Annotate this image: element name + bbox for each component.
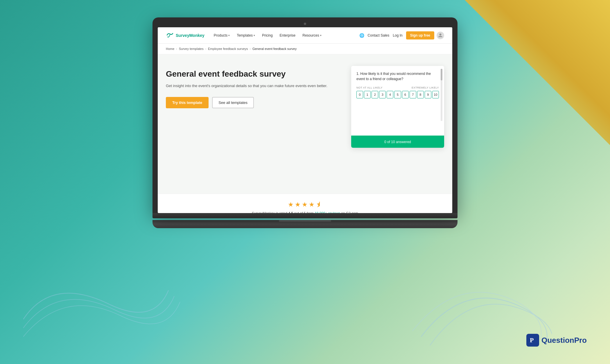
svg-point-0 [439, 33, 442, 35]
scale-label-right: EXTREMELY LIKELY [412, 86, 439, 89]
globe-icon[interactable]: 🌐 [359, 33, 364, 38]
scrollbar-thumb [441, 69, 442, 80]
scale-label-left: NOT AT ALL LIKELY [356, 86, 383, 89]
logo-area[interactable]: SurveyMonkey [166, 32, 204, 39]
star-half: ⯨ [316, 201, 322, 208]
avatar[interactable] [437, 32, 444, 39]
nav-right: 🌐 Contact Sales Log In Sign up free [359, 31, 434, 39]
navbar: SurveyMonkey Products ▾ Templates ▾ Pric… [158, 27, 452, 44]
scale-num-5[interactable]: 5 [394, 91, 401, 98]
laptop-container: SurveyMonkey Products ▾ Templates ▾ Pric… [152, 17, 458, 228]
scale-num-3[interactable]: 3 [379, 91, 386, 98]
scale-num-8[interactable]: 8 [417, 91, 424, 98]
scale-num-4[interactable]: 4 [387, 91, 393, 98]
breadcrumb-sep-3: › [250, 47, 251, 51]
left-section: General event feedback survey Get insigh… [166, 66, 340, 108]
breadcrumb-employee-feedback[interactable]: Employee feedback surveys [208, 47, 248, 51]
laptop-base [152, 213, 458, 218]
nav-resources[interactable]: Resources ▾ [300, 32, 324, 39]
breadcrumb-current: General event feedback survey [252, 47, 297, 51]
button-row: Try this template See all templates [166, 97, 340, 108]
survey-title: General event feedback survey [166, 69, 340, 79]
breadcrumb-sep-1: › [176, 47, 177, 51]
answered-count: 0 of 10 answered [384, 140, 411, 144]
scale-num-10[interactable]: 10 [432, 91, 439, 98]
star-1: ★ [288, 201, 294, 208]
scale-num-0[interactable]: 0 [356, 91, 363, 98]
scale-labels: NOT AT ALL LIKELY EXTREMELY LIKELY [356, 86, 439, 89]
laptop-screen: SurveyMonkey Products ▾ Templates ▾ Pric… [158, 27, 452, 213]
survey-preview-scroll: 1. How likely is it that you would recom… [351, 66, 444, 136]
survey-preview-inner: 1. How likely is it that you would recom… [351, 66, 444, 101]
logo-icon [166, 32, 174, 39]
scale-num-1[interactable]: 1 [364, 91, 371, 98]
nav-templates[interactable]: Templates ▾ [234, 32, 257, 39]
questionpro-icon: P [526, 334, 539, 347]
stars-row: ★ ★ ★ ★ ⯨ [166, 201, 444, 208]
screen-content: SurveyMonkey Products ▾ Templates ▾ Pric… [158, 27, 452, 213]
nav-enterprise[interactable]: Enterprise [277, 32, 298, 39]
star-2: ★ [295, 201, 301, 208]
scale-num-6[interactable]: 6 [402, 91, 409, 98]
scale-numbers: 0 1 2 3 4 5 6 7 8 9 [356, 91, 439, 98]
scrollbar[interactable] [441, 69, 442, 121]
breadcrumb-sep-2: › [205, 47, 206, 51]
nav-products[interactable]: Products ▾ [211, 32, 232, 39]
chevron-down-icon: ▾ [228, 34, 230, 37]
survey-question: 1. How likely is it that you would recom… [356, 71, 439, 82]
nav-pricing[interactable]: Pricing [260, 32, 275, 39]
try-template-button[interactable]: Try this template [166, 97, 209, 108]
chevron-down-icon: ▾ [320, 34, 322, 37]
laptop-touchpad [279, 220, 331, 222]
contact-sales-link[interactable]: Contact Sales [368, 33, 390, 37]
decorative-curves-bl [23, 261, 198, 364]
star-3: ★ [302, 201, 308, 208]
laptop-camera [304, 23, 306, 25]
scale-num-9[interactable]: 9 [425, 91, 431, 98]
signup-button[interactable]: Sign up free [406, 31, 434, 39]
chevron-down-icon: ▾ [254, 34, 255, 37]
breadcrumb: Home › Survey templates › Employee feedb… [158, 44, 452, 54]
star-4: ★ [309, 201, 315, 208]
questionpro-text: QuestionPro [541, 336, 587, 345]
see-all-templates-button[interactable]: See all templates [212, 97, 254, 108]
scale-num-7[interactable]: 7 [410, 91, 416, 98]
survey-preview-card: 1. How likely is it that you would recom… [351, 66, 444, 148]
scale-num-2[interactable]: 2 [372, 91, 378, 98]
svg-text:P: P [530, 336, 534, 344]
breadcrumb-home[interactable]: Home [166, 47, 174, 51]
main-content: General event feedback survey Get insigh… [158, 54, 452, 194]
rating-section: ★ ★ ★ ★ ⯨ SurveyMonkey is rated 4.5 out … [158, 194, 452, 213]
breadcrumb-survey-templates[interactable]: Survey templates [179, 47, 204, 51]
logo-text: SurveyMonkey [176, 33, 204, 38]
laptop-body: SurveyMonkey Products ▾ Templates ▾ Pric… [152, 17, 458, 213]
survey-description: Get insight into the event's organizatio… [166, 83, 340, 89]
laptop-bottom [152, 220, 458, 228]
survey-footer: 0 of 10 answered [351, 136, 444, 148]
login-button[interactable]: Log In [393, 33, 402, 37]
questionpro-logo: P QuestionPro [526, 334, 587, 347]
